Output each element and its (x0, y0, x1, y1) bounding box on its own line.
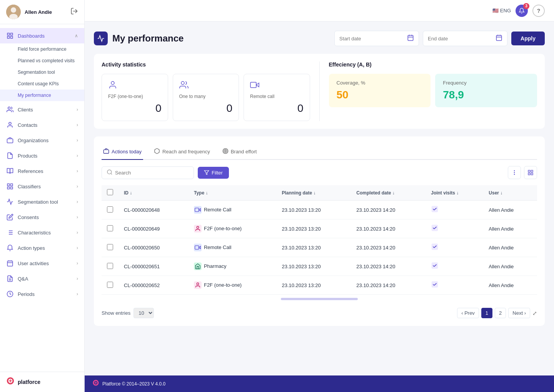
page-1-button[interactable]: 1 (481, 308, 492, 318)
frequency-value: 78,9 (443, 89, 529, 101)
row-joint-visits (426, 276, 483, 295)
page-2-button[interactable]: 2 (495, 308, 506, 318)
sidebar-item-clients[interactable]: Clients › (0, 102, 84, 117)
chevron-right-icon-13: › (77, 291, 78, 297)
table-row: CL-0000020651 Pharmacy 23.10.2023 13:20 … (102, 257, 537, 276)
checkmark-icon (431, 245, 439, 252)
one-to-many-label: One to many (179, 94, 233, 99)
entries-select[interactable]: 10 25 50 (133, 308, 154, 318)
logout-icon[interactable] (70, 7, 78, 17)
sidebar-item-my-performance[interactable]: My performance (0, 90, 84, 101)
end-date-field[interactable] (428, 36, 492, 42)
header-joint-visits[interactable]: Joint visits ↓ (426, 185, 483, 201)
row-id: CL-0000020651 (118, 257, 189, 276)
svg-point-1 (11, 7, 16, 13)
help-label: ? (537, 8, 541, 14)
search-icon (107, 169, 113, 176)
header-id[interactable]: ID ↓ (118, 185, 189, 201)
more-options-button[interactable] (508, 166, 521, 179)
sidebar-item-references[interactable]: References › (0, 163, 84, 179)
svg-point-48 (514, 171, 514, 171)
svg-rect-40 (250, 82, 256, 88)
start-date-input[interactable] (334, 31, 419, 46)
sidebar-item-segmentation[interactable]: Segmentation tool (0, 66, 84, 78)
svg-rect-5 (11, 33, 13, 35)
sidebar-item-products[interactable]: Products › (0, 148, 84, 163)
sidebar-item-field-force[interactable]: Field force performance (0, 43, 84, 55)
sidebar-item-user-activities[interactable]: User activities › (0, 256, 84, 271)
row-user: Allen Andie (483, 201, 537, 219)
filter-button[interactable]: Filter (198, 167, 229, 179)
svg-point-38 (181, 81, 184, 85)
sidebar-item-contacts[interactable]: Contacts › (0, 117, 84, 133)
tab-reach-frequency[interactable]: Reach and frequency (152, 144, 212, 160)
header-checkbox[interactable] (102, 185, 118, 201)
header-type[interactable]: Type ↓ (189, 185, 276, 201)
row-planning-date: 23.10.2023 13:20 (276, 201, 351, 219)
f2f-value: 0 (108, 102, 162, 115)
end-date-input[interactable] (423, 31, 507, 46)
sidebar-item-qna[interactable]: Q&A › (0, 271, 84, 286)
expand-icon[interactable]: ⤢ (532, 310, 537, 316)
sidebar-item-characteristics[interactable]: Characteristics › (0, 225, 84, 240)
row-joint-visits (426, 257, 483, 276)
action-types-icon (6, 244, 14, 252)
row-checkbox[interactable] (102, 201, 118, 219)
start-date-field[interactable] (339, 36, 404, 42)
sidebar-item-label-characteristics: Characteristics (18, 230, 51, 236)
f2f-icon (108, 80, 162, 91)
svg-rect-29 (408, 35, 413, 41)
stat-card-remote: Remote call 0 (244, 74, 310, 121)
prev-button[interactable]: ‹ Prev (457, 308, 479, 318)
chevron-right-icon-3: › (77, 138, 78, 143)
calendar-end-icon[interactable] (496, 34, 502, 43)
row-completed-date: 23.10.2023 14:20 (351, 201, 426, 219)
header-completed-date[interactable]: Completed date ↓ (351, 185, 426, 201)
sidebar-item-classifiers[interactable]: Classifiers › (0, 179, 84, 194)
sidebar-item-content[interactable]: Content usage KPIs (0, 78, 84, 90)
sidebar-item-action-types[interactable]: Action types › (0, 240, 84, 256)
sidebar-header: Allen Andie (0, 0, 84, 24)
calendar-start-icon[interactable] (407, 34, 414, 43)
row-checkbox[interactable] (102, 276, 118, 295)
svg-marker-47 (204, 171, 209, 175)
header-planning-date[interactable]: Planning date ↓ (276, 185, 351, 201)
row-checkbox[interactable] (102, 257, 118, 276)
chevron-right-icon: › (77, 107, 78, 112)
checkmark-icon (431, 208, 439, 214)
svg-point-44 (225, 151, 226, 152)
row-checkbox[interactable] (102, 238, 118, 257)
sidebar-item-dashboards[interactable]: Dashboards ∧ (0, 28, 84, 43)
tab-brand-effort[interactable]: Brand effort (221, 144, 259, 160)
brand-effort-tab-icon (222, 148, 229, 155)
sidebar-item-organizations[interactable]: Organizations › (0, 133, 84, 148)
scroll-indicator[interactable] (281, 298, 358, 300)
row-checkbox[interactable] (102, 219, 118, 238)
select-all-checkbox[interactable] (107, 189, 113, 195)
sidebar-item-segmentation-tool[interactable]: Segmentation tool › (0, 194, 84, 209)
help-button[interactable]: ? (532, 5, 545, 17)
pagination: ‹ Prev 1 2 Next › ⤢ (457, 308, 537, 318)
header-user[interactable]: User ↓ (483, 185, 537, 201)
svg-point-58 (197, 226, 199, 228)
svg-point-45 (107, 170, 112, 174)
column-settings-button[interactable] (524, 166, 537, 179)
notifications-button[interactable]: 3 (516, 5, 528, 17)
one-to-many-value: 0 (179, 102, 233, 115)
sidebar-item-planned[interactable]: Planned vs completed visits (0, 55, 84, 66)
apply-button[interactable]: Apply (511, 32, 545, 45)
table-header-row: ID ↓ Type ↓ Planning date ↓ Completed da… (102, 185, 537, 201)
search-input[interactable] (115, 170, 189, 176)
sidebar-item-label-action-types: Action types (18, 245, 45, 251)
svg-rect-14 (7, 187, 9, 189)
language-selector[interactable]: 🇺🇸 ENG (492, 8, 511, 13)
next-button[interactable]: Next › (508, 308, 530, 318)
svg-point-50 (514, 174, 514, 174)
sidebar-item-periods[interactable]: Periods › (0, 286, 84, 302)
sidebar-item-consents[interactable]: Consents › (0, 209, 84, 225)
sidebar-item-label-classifiers: Classifiers (18, 184, 41, 189)
search-box[interactable] (102, 166, 194, 179)
stat-card-f2f: F2F (one-to-one) 0 (102, 74, 168, 121)
svg-rect-41 (103, 150, 108, 153)
tab-actions-today[interactable]: Actions today (102, 144, 143, 160)
